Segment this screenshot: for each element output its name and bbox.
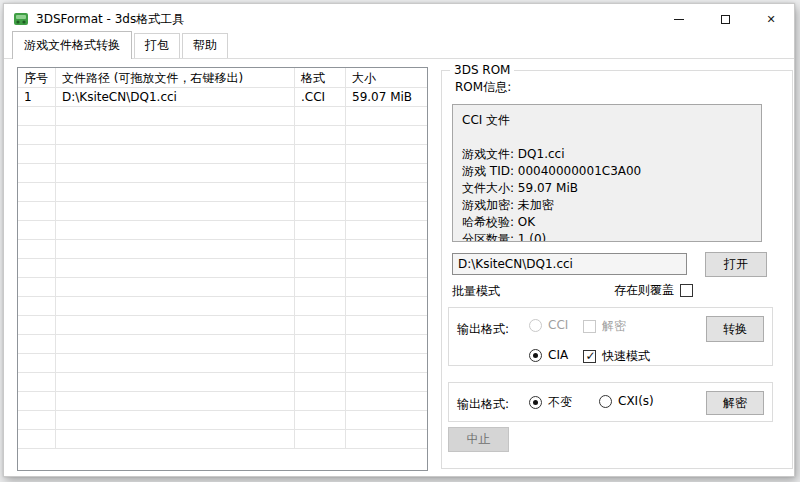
radio-cci-label: CCI (548, 318, 568, 332)
table-cell (56, 145, 295, 163)
radio-on-icon (529, 349, 542, 362)
open-button[interactable]: 打开 (705, 252, 767, 277)
table-cell (346, 354, 427, 372)
tab-bar: 游戏文件格式转换打包帮助 (4, 34, 794, 59)
table-empty-row (18, 221, 427, 240)
table-cell[interactable]: 59.07 MiB (346, 88, 427, 106)
rom-info-line: 游戏 TID: 00040000001C3A00 (462, 163, 752, 180)
table-cell (346, 221, 427, 239)
file-path-input[interactable] (452, 253, 687, 275)
window-controls: ✕ (656, 4, 794, 34)
table-header-row[interactable]: 序号文件路径 (可拖放文件，右键移出)格式大小 (18, 68, 427, 88)
decrypt-output-format-label: 输出格式: (457, 396, 509, 413)
radio-unchanged[interactable]: 不变 (529, 394, 572, 411)
table-cell[interactable]: .CCI (295, 88, 346, 106)
tab-1[interactable]: 打包 (134, 33, 180, 58)
table-cell (56, 183, 295, 201)
rom-info-line (462, 129, 752, 146)
table-empty-row (18, 278, 427, 297)
decrypt-button[interactable]: 解密 (706, 391, 764, 415)
table-cell (346, 373, 427, 391)
unchecked-checkbox-icon (583, 320, 596, 333)
table-cell (56, 107, 295, 125)
table-cell (18, 316, 56, 334)
title-bar: 3DSFormat - 3ds格式工具 ✕ (4, 4, 794, 34)
table-cell (18, 259, 56, 277)
table-cell (56, 316, 295, 334)
table-empty-row (18, 259, 427, 278)
table-empty-row (18, 126, 427, 145)
checkbox-decrypt: 解密 (583, 318, 626, 335)
table-cell (295, 373, 346, 391)
close-button[interactable]: ✕ (748, 4, 794, 34)
rom-info-line: 分区数量: 1 (0) (462, 231, 752, 242)
table-cell (56, 335, 295, 353)
app-window: 3DSFormat - 3ds格式工具 ✕ 游戏文件格式转换打包帮助 序号文件路… (3, 3, 795, 477)
table-cell (346, 335, 427, 353)
rom-info-line: 游戏文件: DQ1.cci (462, 146, 752, 163)
table-cell (56, 164, 295, 182)
table-cell (18, 221, 56, 239)
table-cell (346, 145, 427, 163)
table-row[interactable]: 1D:\KsiteCN\DQ1.cci.CCI59.07 MiB (18, 88, 427, 107)
table-cell (295, 164, 346, 182)
table-cell (295, 202, 346, 220)
window-title: 3DSFormat - 3ds格式工具 (36, 11, 184, 28)
abort-button[interactable]: 中止 (448, 427, 509, 452)
table-cell (295, 221, 346, 239)
table-cell (295, 107, 346, 125)
table-cell[interactable]: D:\KsiteCN\DQ1.cci (56, 88, 295, 106)
tab-2[interactable]: 帮助 (182, 33, 228, 58)
maximize-button[interactable] (702, 4, 748, 34)
table-cell (18, 278, 56, 296)
rom-info-line: 游戏加密: 未加密 (462, 197, 752, 214)
table-empty-row (18, 354, 427, 373)
app-icon (13, 11, 29, 27)
table-empty-row (18, 411, 427, 430)
table-cell (56, 221, 295, 239)
table-cell (346, 202, 427, 220)
tab-0[interactable]: 游戏文件格式转换 (12, 31, 132, 59)
radio-cia[interactable]: CIA (529, 348, 568, 362)
radio-off-icon (529, 319, 542, 332)
table-cell (18, 335, 56, 353)
column-header[interactable]: 格式 (295, 68, 346, 87)
table-cell (56, 240, 295, 258)
table-cell (346, 164, 427, 182)
column-header[interactable]: 大小 (346, 68, 427, 87)
table-cell (295, 297, 346, 315)
column-header[interactable]: 文件路径 (可拖放文件，右键移出) (56, 68, 295, 87)
rom-groupbox: 3DS ROM ROM信息: CCI 文件 游戏文件: DQ1.cci游戏 TI… (441, 70, 793, 469)
table-cell (295, 145, 346, 163)
table-cell (346, 430, 427, 448)
table-cell (295, 354, 346, 372)
table-cell (295, 126, 346, 144)
table-cell[interactable]: 1 (18, 88, 56, 106)
table-cell (295, 392, 346, 410)
checkbox-fast-mode[interactable]: 快速模式 (583, 348, 650, 365)
convert-button[interactable]: 转换 (706, 316, 764, 342)
table-cell (346, 107, 427, 125)
table-empty-row (18, 164, 427, 183)
table-cell (346, 183, 427, 201)
decrypt-groupbox: 输出格式: 不变 CXI(s) 解密 (448, 382, 773, 422)
table-empty-row (18, 107, 427, 126)
table-cell (18, 297, 56, 315)
file-list-table[interactable]: 序号文件路径 (可拖放文件，右键移出)格式大小1D:\KsiteCN\DQ1.c… (17, 67, 428, 471)
radio-cia-label: CIA (548, 348, 568, 362)
minimize-button[interactable] (656, 4, 702, 34)
radio-off-icon (599, 395, 612, 408)
table-cell (18, 126, 56, 144)
overwrite-checkbox[interactable]: 存在则覆盖 (614, 282, 693, 299)
table-cell (346, 126, 427, 144)
radio-on-icon (529, 396, 542, 409)
table-cell (18, 202, 56, 220)
column-header[interactable]: 序号 (18, 68, 56, 87)
radio-cxi[interactable]: CXI(s) (599, 394, 654, 408)
table-cell (295, 240, 346, 258)
table-cell (18, 107, 56, 125)
minimize-icon (674, 19, 684, 20)
table-empty-row (18, 373, 427, 392)
close-icon: ✕ (766, 14, 775, 25)
batch-mode-label: 批量模式 (452, 283, 500, 300)
